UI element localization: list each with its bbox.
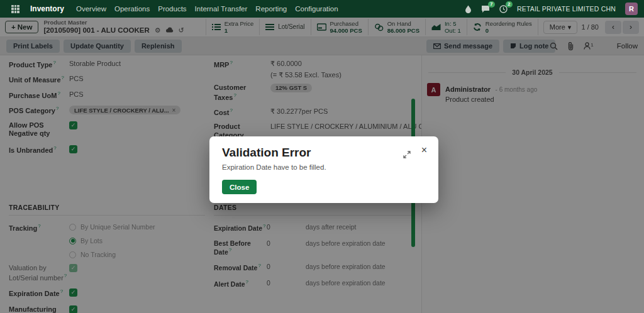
mrp-value[interactable]: ₹ 60.0000 — [270, 60, 302, 67]
chatter-topbar-icons: 1 Follow — [550, 42, 638, 50]
manufacturing-date-checkbox[interactable]: ✓ — [69, 305, 77, 313]
traceability-title: TRACEABILITY — [9, 204, 205, 216]
help-icon: ? — [230, 107, 232, 113]
close-dialog-icon[interactable]: × — [421, 145, 427, 155]
menu-operations[interactable]: Operations — [114, 5, 150, 13]
help-icon: ? — [64, 273, 67, 278]
radio-unselected[interactable] — [69, 251, 76, 258]
save-cloud-icon[interactable] — [166, 27, 174, 34]
replenish-button[interactable]: Replenish — [135, 40, 182, 53]
new-button[interactable]: + New — [5, 21, 38, 33]
control-panel: + New Product Master [20105090] 001 - AL… — [0, 18, 644, 37]
stat-extra-price[interactable]: Extra Price1 — [206, 19, 260, 36]
field-mrp: MRP? ₹ 60.0000 (= ₹ 53.58 Excl. Taxes) — [214, 60, 413, 79]
tracking-option-none[interactable]: No Tracking — [69, 251, 155, 258]
breadcrumb-parent[interactable]: Product Master — [43, 19, 184, 26]
help-icon: ? — [53, 60, 55, 65]
help-icon: ? — [263, 223, 265, 229]
product-type-value[interactable]: Storable Product — [69, 60, 121, 69]
dates-title: DATES — [214, 204, 413, 216]
traceability-section: TRACEABILITY Tracking? By Unique Serial … — [9, 204, 205, 265]
field-manufacturing-date-flag: Manufacturing Date ✓ — [9, 305, 205, 313]
breadcrumb-current: [20105090] 001 - ALU COOKER — [43, 26, 149, 35]
send-message-button[interactable]: Send message — [426, 40, 499, 53]
alert-days-input[interactable]: 0 — [267, 279, 306, 287]
lot-valuation-fields: Valuation by Lot/Serial number? ✓ Expira… — [9, 264, 205, 313]
message-author[interactable]: Administrator — [445, 85, 491, 93]
stat-purchased[interactable]: Purchased94.000 PCS — [311, 19, 369, 36]
chatter-date-divider: 30 April 2025 — [512, 69, 552, 76]
is-unbranded-checkbox[interactable]: ✓ — [69, 145, 77, 153]
update-quantity-button[interactable]: Update Quantity — [64, 40, 131, 53]
top-navbar: Inventory Overview Operations Products I… — [0, 0, 644, 18]
allow-pos-negative-checkbox[interactable]: ✓ — [69, 121, 77, 129]
stat-lot-serial[interactable]: Lot/Serial — [260, 19, 311, 36]
cost-value[interactable]: ₹ 30.2277per PCS — [270, 107, 328, 116]
remove-tag-icon[interactable]: × — [172, 107, 176, 114]
chatter-panel: 30 April 2025 A Administrator - 6 months… — [421, 55, 644, 313]
breadcrumb: Product Master [20105090] 001 - ALU COOK… — [43, 19, 184, 35]
list-icon — [212, 23, 221, 31]
field-customer-taxes: Customer Taxes? 12% GST S — [214, 84, 413, 102]
chatter-message: A Administrator - 6 months ago Product c… — [427, 83, 638, 103]
paperclip-icon[interactable] — [567, 42, 574, 50]
menu-overview[interactable]: Overview — [76, 5, 106, 13]
followers-icon[interactable]: 1 — [584, 42, 593, 50]
pager-previous-button[interactable]: ‹ — [605, 21, 621, 34]
log-note-button[interactable]: Log note — [503, 40, 555, 53]
activities-clock-icon[interactable]: 2 — [499, 5, 508, 13]
pos-category-tag[interactable]: LIFE STYLE / CROCKERY / ALU... × — [69, 106, 180, 114]
menu-products[interactable]: Products — [158, 5, 186, 13]
droplet-icon[interactable] — [465, 5, 472, 13]
activities-badge: 2 — [506, 1, 513, 8]
stat-forecasted[interactable]: In: 5Out: 1 — [426, 19, 467, 36]
form-left-column: Product Type? Storable Product Unit of M… — [9, 60, 205, 161]
uom-value[interactable]: PCS — [69, 75, 84, 84]
gear-icon[interactable]: ⚙ — [155, 27, 161, 34]
tracking-option-lots[interactable]: By Lots — [69, 237, 155, 244]
more-button[interactable]: More ▾ — [543, 21, 578, 34]
expand-dialog-icon[interactable] — [403, 150, 411, 161]
purchase-uom-value[interactable]: PCS — [69, 91, 84, 99]
credit-card-icon — [317, 23, 326, 31]
help-icon: ? — [38, 223, 40, 229]
customer-tax-tag[interactable]: 12% GST S — [270, 84, 312, 92]
discard-undo-icon[interactable]: ↺ — [179, 27, 184, 34]
apps-grid-icon[interactable] — [11, 5, 19, 13]
menu-reporting[interactable]: Reporting — [255, 5, 287, 13]
stat-on-hand[interactable]: On Hand86.000 PCS — [369, 19, 426, 36]
search-icon[interactable] — [550, 42, 558, 50]
removal-days-input[interactable]: 0 — [267, 263, 306, 270]
menu-internal-transfer[interactable]: Internal Transfer — [195, 5, 248, 13]
radio-unselected[interactable] — [69, 224, 76, 231]
radio-selected[interactable] — [69, 238, 76, 244]
best-before-days-input[interactable]: 0 — [267, 239, 306, 247]
print-labels-button[interactable]: Print Labels — [6, 40, 60, 53]
validation-error-dialog: Validation Error Expiration Date have to… — [209, 136, 438, 203]
field-valuation-by-lot: Valuation by Lot/Serial number? ✓ — [9, 264, 205, 282]
stat-reordering-rules[interactable]: Reordering Rules0 — [467, 19, 538, 36]
close-button[interactable]: Close — [222, 180, 257, 194]
company-name[interactable]: RETAIL PRIVATE LIMITED CHN — [517, 5, 616, 13]
dates-section: DATES Expiration Date? 0 days after rece… — [214, 204, 413, 295]
messages-icon[interactable]: 7 — [481, 5, 490, 13]
valuation-by-lot-checkbox[interactable]: ✓ — [69, 264, 77, 272]
user-avatar[interactable]: R — [625, 3, 638, 15]
field-expiration-time: Expiration Date? 0 days after receipt — [214, 223, 413, 232]
expiration-date-checkbox[interactable]: ✓ — [69, 288, 77, 297]
tracking-option-serial[interactable]: By Unique Serial Number — [69, 223, 155, 231]
bars-icon — [265, 23, 274, 31]
follow-button[interactable]: Follow — [617, 42, 638, 50]
field-expiration-date-flag: Expiration Date? ✓ — [9, 288, 205, 298]
app-name[interactable]: Inventory — [30, 4, 64, 13]
pager-next-button[interactable]: › — [623, 21, 639, 34]
product-category-value[interactable]: LIFE STYLE / CROCKERY / ALUMINIUM / ALU … — [270, 123, 443, 131]
nautilus-icon — [374, 23, 384, 31]
area-chart-icon — [431, 23, 441, 31]
author-avatar: A — [427, 83, 440, 96]
expiration-days-input[interactable]: 0 — [267, 223, 306, 231]
field-best-before-time: Best Before Date? 0 days before expirati… — [214, 239, 413, 256]
field-product-type: Product Type? Storable Product — [9, 60, 205, 69]
menu-configuration[interactable]: Configuration — [295, 5, 338, 13]
field-alert-time: Alert Date? 0 days before expiration dat… — [214, 279, 413, 288]
